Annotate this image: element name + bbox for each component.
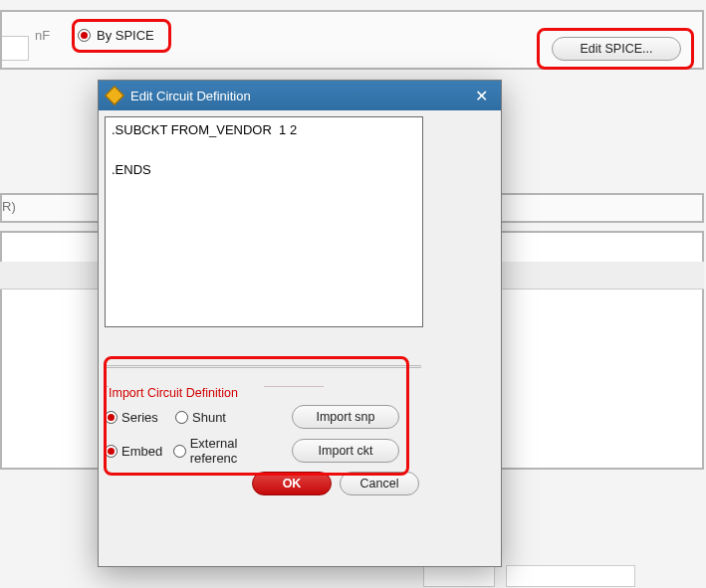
embed-radio[interactable]: Embed bbox=[121, 444, 169, 459]
ok-button[interactable]: OK bbox=[252, 472, 332, 495]
by-spice-radio[interactable]: By SPICE bbox=[78, 23, 154, 47]
edit-circuit-dialog: Edit Circuit Definition ✕ .SUBCKT FROM_V… bbox=[98, 80, 502, 567]
bg-tab-2[interactable] bbox=[506, 565, 635, 587]
close-icon[interactable]: ✕ bbox=[469, 87, 493, 105]
import-ckt-button[interactable]: Import ckt bbox=[292, 439, 399, 463]
app-icon bbox=[107, 88, 122, 103]
import-fieldset-label: Import Circuit Definition bbox=[109, 386, 495, 400]
spice-textarea[interactable]: .SUBCKT FROM_VENDOR 1 2 .ENDS bbox=[105, 116, 423, 327]
bg-tab-1[interactable] bbox=[423, 565, 495, 587]
nf-input[interactable] bbox=[2, 36, 29, 61]
external-radio[interactable]: External referenc bbox=[190, 436, 284, 466]
cancel-button[interactable]: Cancel bbox=[340, 472, 419, 495]
divider bbox=[105, 365, 421, 368]
dialog-titlebar[interactable]: Edit Circuit Definition ✕ bbox=[99, 81, 501, 110]
bg-row-label: R) bbox=[2, 199, 16, 214]
radio-icon bbox=[105, 411, 118, 424]
edit-spice-button[interactable]: Edit SPICE... bbox=[552, 37, 681, 61]
nf-unit-label: nF bbox=[35, 28, 50, 43]
import-snp-button[interactable]: Import snp bbox=[292, 405, 399, 429]
series-radio[interactable]: Series bbox=[121, 410, 171, 425]
radio-icon bbox=[78, 29, 91, 42]
radio-icon bbox=[173, 445, 186, 458]
dialog-body: .SUBCKT FROM_VENDOR 1 2 .ENDS Import Cir… bbox=[99, 110, 501, 566]
by-spice-label: By SPICE bbox=[97, 28, 154, 43]
edit-spice-label: Edit SPICE... bbox=[581, 42, 653, 56]
dialog-title: Edit Circuit Definition bbox=[130, 89, 251, 103]
shunt-radio[interactable]: Shunt bbox=[192, 410, 226, 425]
radio-icon bbox=[175, 411, 188, 424]
radio-icon bbox=[105, 445, 118, 458]
